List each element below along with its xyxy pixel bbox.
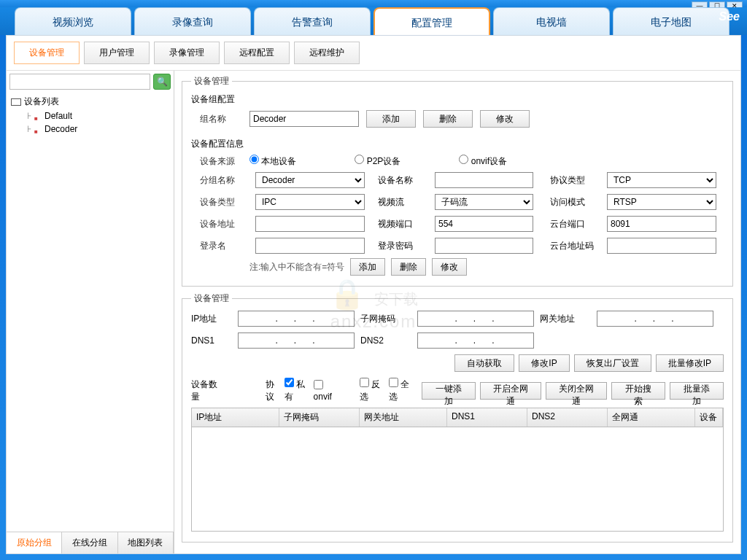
legend-device-manage: 设备管理	[191, 75, 232, 88]
tab-emap[interactable]: 电子地图	[613, 7, 729, 35]
chk-invert[interactable]: 反选	[360, 378, 384, 403]
label-protocol2: 协议	[266, 378, 280, 403]
group-icon	[34, 125, 42, 133]
chk-onvif[interactable]: onvif	[314, 380, 339, 402]
tree-root[interactable]: 设备列表	[11, 96, 169, 108]
tree-item-label: Decoder	[44, 124, 77, 134]
btn-dev-add[interactable]: 添加	[350, 258, 385, 276]
btn-batch-modify-ip[interactable]: 批量修改IP	[656, 354, 724, 372]
btn-group-delete[interactable]: 删除	[423, 110, 473, 128]
col-dns1[interactable]: DNS1	[447, 408, 527, 427]
label-stream: 视频流	[378, 196, 422, 209]
tab-alarm-query[interactable]: 告警查询	[254, 7, 371, 35]
search-button[interactable]: 🔍	[153, 74, 171, 90]
input-dns1[interactable]	[238, 332, 355, 349]
note-text: 注:输入中不能含有=符号	[249, 261, 344, 273]
network-fieldset: 设备管理 IP地址 子网掩码 网关地址 DNS1 DNS2 自动获取	[182, 292, 733, 542]
group-icon	[34, 112, 42, 120]
tab-config-manage[interactable]: 配置管理	[374, 7, 490, 35]
tab-tv-wall[interactable]: 电视墙	[493, 7, 610, 35]
label-login: 登录名	[191, 240, 242, 252]
device-tree: 设备列表 ⊦ Default ⊦ Decoder	[7, 93, 174, 532]
input-ptz-addr[interactable]	[607, 238, 716, 254]
label-password: 登录密码	[378, 240, 422, 252]
sidetab-online-group[interactable]: 在线分组	[62, 532, 117, 553]
input-ptz-port[interactable]	[607, 216, 716, 232]
input-login[interactable]	[255, 238, 365, 254]
btn-dev-delete[interactable]: 删除	[391, 258, 426, 276]
col-device[interactable]: 设备	[695, 408, 723, 427]
btn-modify-ip[interactable]: 修改IP	[519, 354, 569, 372]
col-allnet[interactable]: 全网通	[608, 408, 695, 427]
input-password[interactable]	[435, 238, 533, 254]
label-ptz-port: 云台端口	[550, 218, 594, 230]
input-video-port[interactable]	[435, 216, 533, 232]
btn-close-all-net[interactable]: 关闭全网通	[546, 382, 607, 400]
btn-factory-reset[interactable]: 恢复出厂设置	[574, 354, 651, 372]
sidetab-original-group[interactable]: 原始分组	[7, 532, 62, 553]
btn-batch-add[interactable]: 批量添加	[670, 382, 724, 400]
label-device-type: 设备类型	[191, 196, 242, 209]
input-ip[interactable]	[238, 311, 355, 327]
btn-group-modify[interactable]: 修改	[480, 110, 530, 128]
btn-group-add[interactable]: 添加	[366, 110, 416, 128]
label-ptz-addr: 云台地址码	[550, 240, 594, 252]
label-mask: 子网掩码	[360, 313, 411, 325]
select-group[interactable]: Decoder	[255, 172, 365, 188]
group-config-title: 设备组配置	[191, 93, 724, 106]
list-icon	[11, 98, 21, 106]
input-gateway[interactable]	[597, 311, 713, 327]
btn-one-click-add[interactable]: 一键添加	[422, 382, 476, 400]
label-gateway: 网关地址	[540, 313, 591, 325]
tree-item-decoder[interactable]: ⊦ Decoder	[11, 124, 169, 134]
sidetab-map-list[interactable]: 地图列表	[118, 532, 174, 553]
input-dns2[interactable]	[417, 332, 534, 349]
device-group-fieldset: 设备管理 设备组配置 组名称 添加 删除 修改 设备配置信息 设备来源 本地设备…	[182, 75, 733, 287]
select-protocol[interactable]: TCP	[607, 172, 716, 188]
col-gateway[interactable]: 网关地址	[360, 408, 447, 427]
col-ip[interactable]: IP地址	[192, 408, 279, 427]
search-input[interactable]	[9, 74, 150, 90]
subtab-remote-maintain[interactable]: 远程维护	[294, 42, 360, 64]
label-protocol: 协议类型	[550, 174, 594, 187]
subtab-user-manage[interactable]: 用户管理	[84, 42, 150, 64]
label-ip: IP地址	[191, 313, 232, 325]
col-mask[interactable]: 子网掩码	[279, 408, 360, 427]
app-logo: See	[719, 10, 740, 23]
tree-item-default[interactable]: ⊦ Default	[11, 111, 169, 121]
radio-local-device[interactable]: 本地设备	[249, 155, 296, 168]
label-device-source: 设备来源	[191, 155, 242, 168]
tree-root-label: 设备列表	[24, 96, 59, 108]
col-dns2[interactable]: DNS2	[527, 408, 608, 427]
select-stream[interactable]: 子码流	[435, 194, 533, 210]
tab-video-browse[interactable]: 视频浏览	[15, 7, 131, 35]
btn-open-all-net[interactable]: 开启全网通	[480, 382, 541, 400]
input-mask[interactable]	[417, 311, 534, 327]
label-group-name: 组名称	[191, 113, 242, 125]
sub-tab-bar: 设备管理 用户管理 录像管理 远程配置 远程维护	[7, 36, 740, 71]
input-device-addr[interactable]	[255, 216, 365, 232]
radio-p2p-device[interactable]: P2P设备	[355, 155, 400, 168]
input-device-name[interactable]	[435, 172, 533, 188]
input-group-name[interactable]	[249, 111, 359, 127]
label-dns2: DNS2	[360, 335, 411, 346]
chk-select-all[interactable]: 全选	[389, 378, 414, 403]
legend-net-manage: 设备管理	[191, 292, 232, 305]
label-access-mode: 访问模式	[550, 196, 594, 209]
btn-start-search[interactable]: 开始搜索	[611, 382, 665, 400]
label-device-addr: 设备地址	[191, 218, 242, 230]
label-device-name: 设备名称	[378, 174, 422, 187]
select-access-mode[interactable]: RTSP	[607, 194, 716, 210]
chk-private[interactable]: 私有	[285, 378, 309, 403]
btn-dev-modify[interactable]: 修改	[432, 258, 467, 276]
btn-auto-get[interactable]: 自动获取	[454, 354, 514, 372]
search-icon: 🔍	[157, 77, 168, 87]
tab-record-query[interactable]: 录像查询	[134, 7, 251, 35]
subtab-device-manage[interactable]: 设备管理	[14, 42, 80, 64]
label-dns1: DNS1	[191, 335, 232, 346]
device-table: IP地址 子网掩码 网关地址 DNS1 DNS2 全网通 设备	[191, 408, 724, 532]
select-device-type[interactable]: IPC	[255, 194, 365, 210]
radio-onvif-device[interactable]: onvif设备	[459, 155, 507, 168]
subtab-remote-config[interactable]: 远程配置	[224, 42, 290, 64]
subtab-record-manage[interactable]: 录像管理	[154, 42, 220, 64]
